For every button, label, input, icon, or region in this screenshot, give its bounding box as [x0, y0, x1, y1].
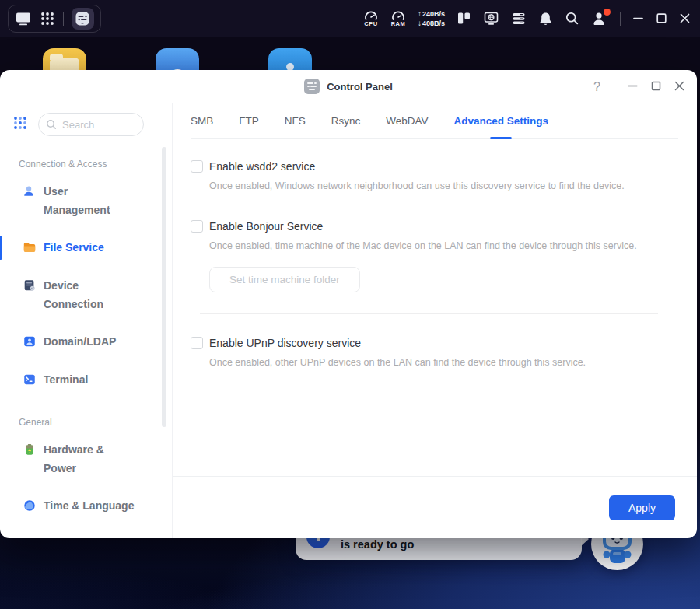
control-panel-window: Control Panel ? Connectio	[0, 70, 697, 538]
tab-bar: SMB FTP NFS Rsync WebDAV Advanced Settin…	[191, 103, 678, 139]
section-label-connection: Connection & Access	[19, 159, 172, 170]
window-titlebar[interactable]: Control Panel ?	[0, 70, 697, 103]
sidebar-item-user-management[interactable]: User Management	[0, 173, 172, 229]
control-panel-window-icon	[304, 79, 320, 94]
sidebar-item-hardware-power[interactable]: Hardware & Power	[0, 431, 172, 487]
sidebar: Connection & Access User Management File…	[0, 103, 173, 538]
minimize-window-icon[interactable]	[628, 80, 638, 94]
system-topbar: CPU RAM ↑240B/s ↓408B/s	[0, 0, 700, 37]
notification-badge	[604, 9, 611, 16]
control-panel-taskbar-icon[interactable]	[72, 8, 94, 30]
toast-message: is ready to go	[341, 538, 414, 551]
section-label-general: General	[19, 417, 172, 428]
cpu-label: CPU	[364, 21, 377, 27]
setting-wsdd2: Enable wsdd2 service Once enabled, Windo…	[191, 160, 678, 191]
setting-bonjour: Enable Bonjour Service Once enabled, tim…	[191, 220, 678, 292]
widgets-icon[interactable]	[457, 11, 471, 26]
system-tray: CPU RAM ↑240B/s ↓408B/s	[363, 0, 691, 37]
wsdd2-description: Once enabled, Windows network neighborho…	[209, 180, 678, 191]
minimize-desktop-icon[interactable]	[632, 12, 644, 24]
tray-separator	[620, 12, 621, 26]
sidebar-item-domain-ldap[interactable]: Domain/LDAP	[0, 323, 172, 361]
settings-panel: Enable wsdd2 service Once enabled, Windo…	[173, 139, 697, 476]
sidebar-scrollbar[interactable]	[162, 147, 166, 427]
sidebar-search-icon	[46, 119, 57, 130]
sidebar-item-time-language[interactable]: Time & Language	[0, 487, 172, 525]
sidebar-item-label: Domain/LDAP	[44, 332, 135, 351]
folder-icon	[23, 240, 37, 257]
cpu-gauge-icon[interactable]: CPU	[363, 10, 379, 27]
main-content: SMB FTP NFS Rsync WebDAV Advanced Settin…	[173, 103, 697, 538]
tab-rsync[interactable]: Rsync	[331, 103, 361, 138]
desktop-icon[interactable]	[15, 11, 32, 26]
tab-webdav[interactable]: WebDAV	[386, 103, 428, 138]
notifications-bell-icon[interactable]	[538, 11, 553, 26]
app-launcher-icon[interactable]	[40, 11, 55, 26]
taskbar-separator	[63, 12, 64, 26]
sidebar-item-label: Device Connection	[44, 276, 135, 313]
download-speed: 408B/s	[422, 19, 445, 27]
maximize-desktop-icon[interactable]	[656, 12, 667, 24]
storage-manager-icon[interactable]	[511, 11, 527, 26]
wsdd2-label: Enable wsdd2 service	[209, 160, 315, 173]
bonjour-description: Once enabled, time machine of the Mac de…	[209, 240, 678, 251]
battery-icon	[23, 443, 37, 460]
device-icon	[23, 278, 37, 296]
ram-label: RAM	[391, 21, 406, 27]
help-icon[interactable]: ?	[593, 80, 600, 94]
upnp-checkbox[interactable]	[191, 337, 203, 349]
sidebar-item-label: File Service	[44, 238, 135, 257]
upload-speed: 240B/s	[422, 10, 445, 18]
ram-gauge-icon[interactable]: RAM	[390, 10, 406, 27]
search-icon[interactable]	[565, 11, 579, 26]
remote-access-icon[interactable]	[483, 11, 499, 26]
set-time-machine-folder-button[interactable]: Set time machine folder	[209, 267, 360, 292]
close-desktop-icon[interactable]	[679, 12, 691, 24]
terminal-icon	[23, 373, 37, 390]
download-arrow-icon: ↓	[418, 19, 422, 27]
upnp-label: Enable UPnP discovery service	[209, 337, 361, 349]
sidebar-item-label: Terminal	[44, 370, 135, 389]
upload-arrow-icon: ↑	[418, 10, 422, 18]
tab-advanced-settings[interactable]: Advanced Settings	[454, 103, 549, 138]
tab-nfs[interactable]: NFS	[285, 103, 306, 138]
sidebar-item-terminal[interactable]: Terminal	[0, 361, 172, 399]
user-icon	[23, 184, 37, 201]
wsdd2-checkbox[interactable]	[191, 160, 203, 173]
taskbar-app-group	[8, 5, 101, 33]
network-speed-indicator[interactable]: ↑240B/s ↓408B/s	[418, 10, 445, 27]
sidebar-item-label: Time & Language	[44, 496, 135, 515]
tab-smb[interactable]: SMB	[191, 103, 213, 138]
tab-ftp[interactable]: FTP	[239, 103, 259, 138]
window-title: Control Panel	[327, 81, 393, 93]
footer-bar: Apply	[173, 476, 697, 538]
sidebar-item-label: Hardware & Power	[44, 440, 135, 478]
sidebar-item-label: User Management	[44, 182, 135, 219]
domain-icon	[23, 334, 37, 352]
setting-upnp: Enable UPnP discovery service Once enabl…	[191, 337, 678, 368]
user-account-icon[interactable]	[591, 11, 608, 26]
globe-icon	[23, 499, 37, 516]
upnp-description: Once enabled, other UPnP devices on the …	[209, 357, 678, 368]
sidebar-item-device-connection[interactable]: Device Connection	[0, 267, 172, 323]
close-window-icon[interactable]	[674, 80, 684, 94]
maximize-window-icon[interactable]	[651, 80, 661, 94]
apply-button[interactable]: Apply	[609, 495, 675, 520]
titlebar-separator	[614, 81, 614, 93]
bonjour-checkbox[interactable]	[191, 220, 203, 233]
section-divider	[200, 313, 658, 314]
sidebar-item-file-service[interactable]: File Service	[0, 229, 172, 267]
apps-grid-icon[interactable]	[12, 115, 28, 134]
bonjour-label: Enable Bonjour Service	[209, 220, 323, 233]
